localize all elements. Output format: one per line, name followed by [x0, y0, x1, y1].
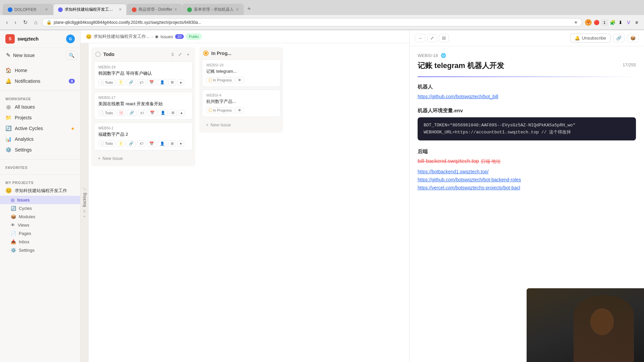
issue-card-websi-19[interactable]: WEBSI-19 韩国数字产品 等待客户确认 Todo ! 🔗 — [94, 61, 193, 89]
sidebar-item-home[interactable]: 🏠 Home — [0, 65, 80, 76]
tab-close-2[interactable]: ✕ — [119, 7, 122, 12]
browser-tab-4[interactable]: 菜单管理 - 求知机器人 ✕ — [182, 4, 244, 15]
issue-card-websi-4[interactable]: WEBSI-4 杭州数字产品... In Progress 👁 — [202, 89, 280, 117]
issue-relate-btn-19[interactable]: ⊞ — [168, 79, 176, 85]
new-issue-button[interactable]: ✎ New issue — [3, 50, 64, 60]
robot-github-link[interactable]: https://github.com/botswqztech/bot_bill — [418, 94, 498, 99]
sub-item-project-settings[interactable]: ⚙️ Settings — [0, 246, 80, 254]
todo-expand-btn[interactable]: ⤢ — [176, 51, 184, 58]
toolbar-arrow-btn[interactable]: → — [415, 34, 425, 42]
issue-date-btn-1[interactable]: 📅 — [147, 140, 156, 147]
issue-priority-btn-1[interactable]: ! — [117, 140, 125, 147]
backlog-panel[interactable]: ⤢ Backlog 0 + — [80, 43, 89, 362]
extension-icon-3[interactable]: 1 — [601, 19, 608, 26]
backend-label-link[interactable]: 后端 地址 — [481, 159, 501, 164]
browser-tab-1[interactable]: DOLOFFER ✕ — [3, 4, 53, 15]
issue-relate-btn-1[interactable]: ⊞ — [168, 140, 176, 147]
issue-assign-btn-17[interactable]: 👤 — [158, 110, 168, 116]
toolbar-link-btn[interactable]: 🔗 — [613, 34, 625, 42]
sub-item-modules[interactable]: 📦 Modules — [0, 213, 80, 221]
tab-close-4[interactable]: ✕ — [236, 7, 239, 12]
issue-more-btn-1[interactable]: ● — [177, 140, 184, 146]
extension-icon-5[interactable]: ⬇ — [617, 19, 624, 26]
issue-status-btn-19[interactable]: Todo — [98, 79, 115, 85]
toolbar-archive-btn[interactable]: 📦 — [627, 34, 639, 42]
vercel-link[interactable]: https://vercel.com/botswqztechs-projects… — [418, 185, 520, 190]
inprogress-add-issue-btn[interactable]: + New Issue — [202, 120, 280, 130]
sidebar-item-projects[interactable]: 📁 Projects — [0, 112, 80, 123]
issue-link-btn-19[interactable]: 🔗 — [126, 79, 136, 85]
issue-status-btn-4[interactable]: In Progress — [206, 107, 234, 113]
browser-tab-2[interactable]: 求知科技建站编程开发工作 - I... ✕ — [53, 4, 127, 15]
issue-card-websi-17[interactable]: WEBSI-17 美国在线教育 react 开发准备开始 Todo ↑ — [94, 92, 193, 120]
browser-tab-3[interactable]: 商品管理 - Doloffer ✕ — [127, 4, 182, 15]
issue-tag-btn-19[interactable]: 🏷 — [137, 79, 146, 85]
home-button[interactable]: ⌂ — [32, 18, 40, 27]
sidebar-item-settings[interactable]: ⚙️ Settings — [0, 144, 80, 155]
new-tab-button[interactable]: + — [244, 3, 254, 14]
issue-status-btn-18-ip[interactable]: In Progress — [206, 77, 234, 83]
issue-relate-btn-17[interactable]: ⊞ — [169, 110, 177, 116]
issue-link-btn-1[interactable]: 🔗 — [126, 140, 136, 147]
issue-more-btn-17[interactable]: ● — [178, 110, 185, 116]
sidebar-home-label: Home — [15, 68, 75, 73]
my-projects-section: My projects 😊 求知科技建站编程开发工作 ◎ Issues 🔄 Cy… — [0, 176, 80, 257]
issue-tag-btn-1[interactable]: 🏷 — [137, 140, 146, 146]
search-button[interactable]: 🔍 — [66, 51, 77, 60]
back-button[interactable]: ‹ — [4, 18, 10, 27]
address-bar[interactable]: 🔒 plane-q8c8ggk84ksog80844g44oco.coolify… — [42, 18, 582, 26]
sidebar-item-active-cycles[interactable]: 🔄 Active Cycles ★ — [0, 123, 80, 134]
backlog-count: 0 — [83, 209, 85, 213]
breadcrumb-project[interactable]: 求知科技建站编程开发工作... — [94, 34, 150, 40]
sidebar-item-notifications[interactable]: 🔔 Notifications 4 — [0, 76, 80, 86]
sub-item-issues[interactable]: ◎ Issues — [0, 196, 80, 204]
toolbar-expand-btn[interactable]: ⤢ — [427, 34, 437, 42]
issue-eye-btn-18[interactable]: 👁 — [235, 77, 244, 83]
user-avatar[interactable]: G — [66, 35, 75, 43]
issue-card-websi-18[interactable]: WEBSI-18 记账 telegram... In Progress 👁 — [202, 59, 280, 87]
issue-assign-btn-19[interactable]: 👤 — [158, 79, 167, 85]
issue-link-btn-17[interactable]: 🔗 — [127, 110, 137, 116]
unsubscribe-button[interactable]: 🔔 Unsubscribe — [570, 34, 610, 43]
issue-date-btn-19[interactable]: 📅 — [147, 79, 156, 85]
issue-priority-btn-19[interactable]: ! — [117, 79, 125, 85]
project-item[interactable]: 😊 求知科技建站编程开发工作 — [0, 185, 80, 196]
issue-more-btn-19[interactable]: ● — [177, 79, 184, 85]
issue-date-btn-17[interactable]: 📅 — [148, 110, 157, 116]
backend-strikethrough-link[interactable]: bill-backend.swqztech.top — [418, 158, 479, 164]
issue-priority-btn-17[interactable]: ↑ — [117, 110, 126, 116]
issue-title-websi-1: 福建数字产品 2 — [98, 131, 188, 137]
refresh-button[interactable]: ↻ — [21, 18, 30, 27]
tab-close-3[interactable]: ✕ — [174, 7, 177, 12]
tab-close-1[interactable]: ✕ — [45, 7, 48, 12]
issue-id-websi-17: WEBSI-17 — [98, 96, 188, 100]
extension-icon-4[interactable]: 🧩 — [609, 19, 616, 26]
extension-icon-1[interactable]: 🦊 — [585, 19, 592, 26]
sub-item-views[interactable]: 👁 Views — [0, 221, 80, 229]
tab-favicon-1 — [8, 7, 12, 12]
issue-assign-btn-1[interactable]: 👤 — [158, 140, 167, 147]
toolbar-split-btn[interactable]: ⊟ — [439, 34, 449, 42]
issue-eye-btn-4[interactable]: 👁 — [235, 107, 244, 113]
github-backend-link[interactable]: https://github.com/botswqztech/bot-backe… — [418, 177, 521, 182]
extension-icon-6[interactable]: V — [625, 19, 632, 26]
botbackend1-link[interactable]: https://botbackend1.swqztech.top/ — [418, 169, 489, 174]
breadcrumb-issues[interactable]: Issues — [160, 34, 173, 39]
issue-status-btn-1[interactable]: Todo — [98, 140, 115, 146]
extension-icon-7[interactable]: ≡ — [633, 19, 640, 26]
todo-add-btn[interactable]: + — [185, 51, 191, 58]
issue-status-btn-17[interactable]: Todo — [98, 110, 115, 116]
sub-item-inbox[interactable]: 📥 Inbox — [0, 238, 80, 246]
todo-add-issue-btn[interactable]: + New Issue — [94, 153, 193, 164]
star-icon: ★ — [71, 126, 75, 131]
sidebar-item-all-issues[interactable]: ◎ All Issues — [0, 102, 80, 112]
backlog-add-icon[interactable]: + — [82, 215, 87, 218]
sub-item-cycles[interactable]: 🔄 Cycles — [0, 204, 80, 213]
issue-tag-btn-17[interactable]: 🏷 — [138, 110, 146, 116]
sub-item-pages[interactable]: 📄 Pages — [0, 229, 80, 238]
forward-button[interactable]: › — [12, 18, 18, 27]
sidebar-item-analytics[interactable]: 📊 Analytics — [0, 134, 80, 144]
extension-icon-2[interactable]: 🔴 — [593, 19, 600, 26]
issue-card-websi-1[interactable]: WEBSI-1 福建数字产品 2 Todo ! 🔗 — [94, 122, 193, 150]
detail-section-env: 机器人环境变量.env BOT_TOKEN="8056961040:AAF89S… — [418, 108, 636, 141]
